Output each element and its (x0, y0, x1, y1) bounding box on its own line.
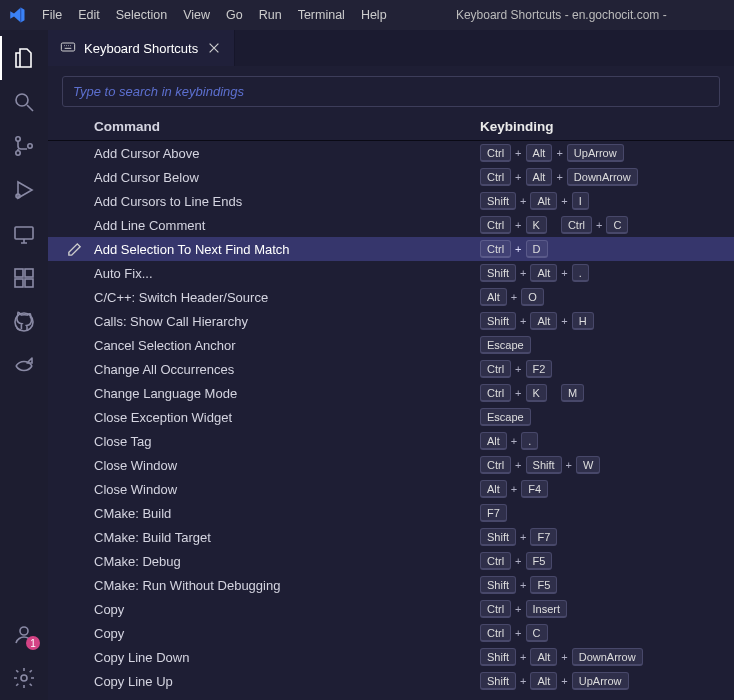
activity-remote-icon[interactable] (0, 212, 48, 256)
menu-selection[interactable]: Selection (108, 0, 175, 30)
key: Ctrl (480, 168, 511, 186)
keybinding-row[interactable]: CMake: DebugCtrl+F5 (48, 549, 734, 573)
activity-github-icon[interactable] (0, 300, 48, 344)
key: Alt (480, 480, 507, 498)
keybinding-command-label: Close Window (90, 458, 480, 473)
activity-source-control-icon[interactable] (0, 124, 48, 168)
keybinding-row[interactable]: Change Language ModeCtrl+KM (48, 381, 734, 405)
key: Shift (480, 264, 516, 282)
activity-bar: 1 (0, 30, 48, 700)
keybinding-row[interactable]: CopyCtrl+C (48, 621, 734, 645)
key: Alt (480, 288, 507, 306)
key: Alt (530, 312, 557, 330)
keybinding-row[interactable]: Add Selection To Next Find MatchCtrl+D (48, 237, 734, 261)
keybinding-row[interactable]: CMake: Build TargetShift+F7 (48, 525, 734, 549)
keybinding-command-label: Copy Line Down (90, 650, 480, 665)
keybinding-row[interactable]: Close TagAlt+. (48, 429, 734, 453)
keybinding-keys: Shift+F5 (480, 576, 734, 594)
key: C (526, 624, 548, 642)
activity-explorer-icon[interactable] (0, 36, 48, 80)
keyboard-shortcuts-editor: Command Keybinding Add Cursor AboveCtrl+… (48, 66, 734, 700)
keybinding-command-label: C/C++: Switch Header/Source (90, 290, 480, 305)
keybinding-row[interactable]: Add Line CommentCtrl+KCtrl+C (48, 213, 734, 237)
activity-search-icon[interactable] (0, 80, 48, 124)
header-keybinding[interactable]: Keybinding (480, 119, 734, 134)
key: Shift (480, 576, 516, 594)
tab-keyboard-shortcuts[interactable]: Keyboard Shortcuts (48, 30, 235, 66)
keybinding-row[interactable]: Copy Line DownShift+Alt+DownArrow (48, 645, 734, 669)
keybinding-keys: Ctrl+Insert (480, 600, 734, 618)
keybinding-row[interactable]: CMake: BuildF7 (48, 501, 734, 525)
keybinding-row[interactable]: Add Cursors to Line EndsShift+Alt+I (48, 189, 734, 213)
keybinding-keys: Escape (480, 408, 734, 426)
key: Shift (480, 192, 516, 210)
menu-help[interactable]: Help (353, 0, 395, 30)
keybinding-command-label: Cancel Selection Anchor (90, 338, 480, 353)
keybinding-row[interactable]: Auto Fix...Shift+Alt+. (48, 261, 734, 285)
menubar: File Edit Selection View Go Run Terminal… (34, 0, 395, 30)
keybinding-row[interactable]: Change All OccurrencesCtrl+F2 (48, 357, 734, 381)
key: Shift (526, 456, 562, 474)
keybinding-keys: Escape (480, 336, 734, 354)
key: Ctrl (480, 360, 511, 378)
svg-point-1 (16, 137, 20, 141)
keybinding-row[interactable]: Close WindowCtrl+Shift+W (48, 453, 734, 477)
menu-file[interactable]: File (34, 0, 70, 30)
close-icon[interactable] (206, 40, 222, 56)
svg-rect-8 (25, 279, 33, 287)
key: H (572, 312, 594, 330)
key: Ctrl (480, 600, 511, 618)
keybinding-keys: Shift+Alt+UpArrow (480, 672, 734, 690)
keybinding-row[interactable]: Close WindowAlt+F4 (48, 477, 734, 501)
keybinding-keys: Shift+Alt+DownArrow (480, 648, 734, 666)
menu-run[interactable]: Run (251, 0, 290, 30)
activity-live-share-icon[interactable] (0, 344, 48, 388)
keybinding-row[interactable]: Add Cursor BelowCtrl+Alt+DownArrow (48, 165, 734, 189)
key: Ctrl (561, 216, 592, 234)
key: D (526, 240, 548, 258)
key: F5 (530, 576, 557, 594)
key: Alt (526, 144, 553, 162)
edit-keybinding-icon[interactable] (48, 242, 90, 257)
keybinding-command-label: Add Cursor Below (90, 170, 480, 185)
keybinding-command-label: Add Cursors to Line Ends (90, 194, 480, 209)
keybinding-keys: Shift+F7 (480, 528, 734, 546)
keybinding-keys: Ctrl+F2 (480, 360, 734, 378)
menu-terminal[interactable]: Terminal (290, 0, 353, 30)
keybinding-row[interactable]: Add Cursor AboveCtrl+Alt+UpArrow (48, 141, 734, 165)
keybinding-command-label: Close Window (90, 482, 480, 497)
keybinding-row[interactable]: Copy Line UpShift+Alt+UpArrow (48, 669, 734, 693)
keybinding-row[interactable]: CopyCtrl+Insert (48, 597, 734, 621)
key: Ctrl (480, 144, 511, 162)
key: Alt (530, 264, 557, 282)
keybinding-command-label: Auto Fix... (90, 266, 480, 281)
keybinding-row[interactable]: Calls: Show Call HierarchyShift+Alt+H (48, 309, 734, 333)
key: UpArrow (572, 672, 629, 690)
accounts-badge: 1 (26, 636, 40, 650)
keybindings-list[interactable]: Add Cursor AboveCtrl+Alt+UpArrowAdd Curs… (48, 141, 734, 700)
activity-run-debug-icon[interactable] (0, 168, 48, 212)
keybinding-keys: Alt+O (480, 288, 734, 306)
activity-accounts-icon[interactable]: 1 (0, 612, 48, 656)
keybinding-row[interactable]: C/C++: Switch Header/SourceAlt+O (48, 285, 734, 309)
key: Ctrl (480, 552, 511, 570)
key: Shift (480, 648, 516, 666)
activity-settings-icon[interactable] (0, 656, 48, 700)
header-command[interactable]: Command (90, 119, 480, 134)
keybindings-search-input[interactable] (63, 77, 719, 106)
keyboard-icon (60, 39, 76, 58)
key: W (576, 456, 600, 474)
keybinding-row[interactable]: Close Exception WidgetEscape (48, 405, 734, 429)
menu-view[interactable]: View (175, 0, 218, 30)
menu-edit[interactable]: Edit (70, 0, 108, 30)
keybindings-search[interactable] (62, 76, 720, 107)
menu-go[interactable]: Go (218, 0, 251, 30)
keybinding-command-label: Copy Line Up (90, 674, 480, 689)
keybinding-row[interactable]: Cancel Selection AnchorEscape (48, 333, 734, 357)
activity-extensions-icon[interactable] (0, 256, 48, 300)
keybinding-command-label: Close Tag (90, 434, 480, 449)
key: . (572, 264, 589, 282)
key: DownArrow (567, 168, 638, 186)
key: Alt (530, 192, 557, 210)
keybinding-row[interactable]: CMake: Run Without DebuggingShift+F5 (48, 573, 734, 597)
